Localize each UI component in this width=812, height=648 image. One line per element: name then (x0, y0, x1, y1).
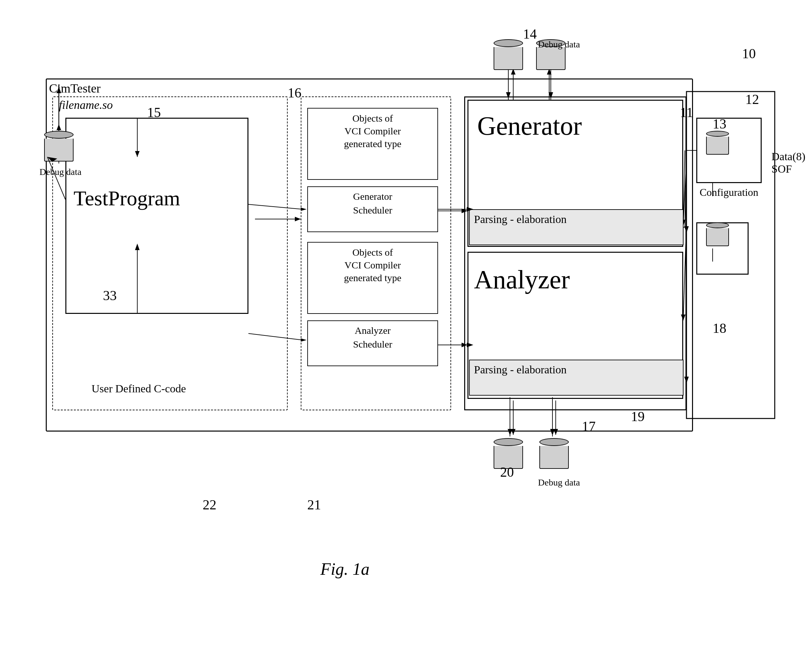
ref-33: 33 (103, 288, 117, 303)
config-label: Configuration (696, 186, 762, 199)
cyl-body (44, 139, 73, 162)
ref-14: 14 (523, 26, 537, 42)
cyl-top-r2 (706, 222, 729, 228)
ana-parsing-label: Parsing - elaboration (474, 364, 566, 376)
ref-20: 20 (500, 464, 514, 480)
ref-17: 17 (582, 419, 595, 434)
filename-label: filename.so (59, 98, 113, 112)
cyl-body-r2 (706, 228, 729, 246)
debug-data-label-bottom: Debug data (536, 477, 582, 488)
diagram-container: CimTester filename.so TestProgram User D… (26, 26, 778, 598)
testprogram-box (66, 118, 249, 314)
figure-caption: Fig. 1a (321, 559, 369, 579)
gen-parsing-label: Parsing - elaboration (474, 213, 566, 226)
cyl-top-b2 (539, 438, 569, 446)
vci-top-label: Objects ofVCI Compilergenerated type (312, 112, 433, 150)
cyl-body-config (706, 137, 729, 154)
ref-13: 13 (713, 116, 727, 132)
cyl-top-1 (494, 39, 523, 47)
debug-data-label-top: Debug data (536, 39, 582, 50)
cylinder-right-2 (706, 222, 729, 246)
ref-11: 11 (680, 105, 693, 120)
analyzer-label: Analyzer (474, 265, 570, 295)
cylinder-config (706, 131, 729, 154)
debug-data-label-left: Debug data (36, 167, 85, 177)
ana-scheduler-label: AnalyzerScheduler (312, 324, 433, 351)
user-defined-label: User Defined C-code (92, 382, 186, 395)
ref-16: 16 (288, 85, 301, 101)
generator-label: Generator (477, 111, 582, 141)
ref-12: 12 (745, 92, 759, 107)
ref-15: 15 (147, 105, 161, 120)
vci-bottom-label: Objects ofVCI Compilergenerated type (312, 246, 433, 284)
cylinder-bottom-2 (539, 438, 569, 469)
cyl-body-b2 (539, 446, 569, 469)
ref-22: 22 (203, 497, 217, 513)
cyl-top (44, 131, 73, 139)
cylinder-debug-top-left (44, 131, 73, 162)
ref-19: 19 (631, 409, 645, 424)
gen-scheduler-label: GeneratorScheduler (312, 190, 433, 217)
ref-21: 21 (307, 497, 321, 513)
cyl-body-1 (494, 47, 523, 70)
ref-10: 10 (742, 46, 756, 61)
cylinder-top-mid-1 (494, 39, 523, 70)
cyl-body-2 (536, 47, 566, 70)
data-sof-label: Data(8)SOF (771, 150, 806, 175)
ref-18: 18 (713, 320, 727, 336)
testprogram-label: TestProgram (73, 186, 180, 211)
cyl-top-b1 (494, 438, 523, 446)
